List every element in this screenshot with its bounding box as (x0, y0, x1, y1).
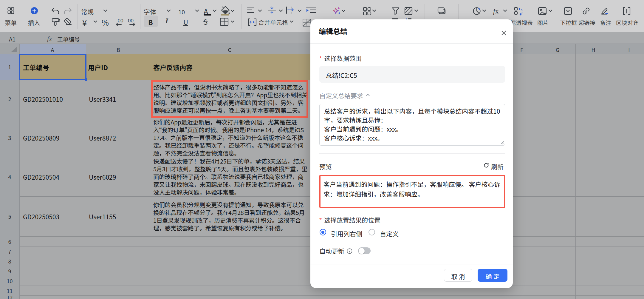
svg-text:00.: 00. (128, 18, 135, 24)
svg-text:.00: .00 (116, 18, 123, 24)
